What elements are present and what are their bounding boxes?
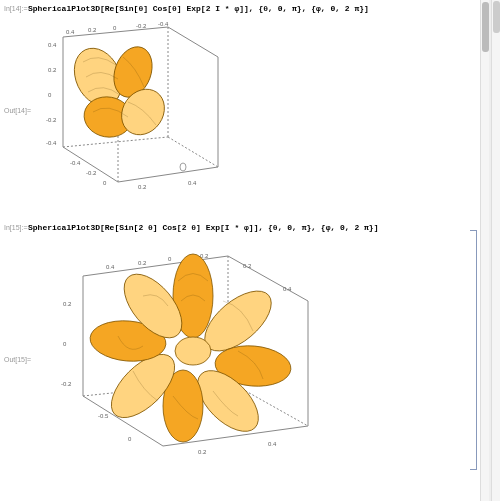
scrollbar-thumb[interactable] <box>493 1 500 33</box>
tick-label: -0.4 <box>46 140 57 146</box>
output-label: Out[15]= <box>4 236 28 363</box>
outer-scrollbar[interactable] <box>491 0 500 501</box>
input-code[interactable]: SphericalPlot3D[Re[Sin[2 θ] Cos[2 θ] Exp… <box>28 223 378 232</box>
tick-label: -0.2 <box>61 381 72 387</box>
input-label: In[15]:= <box>4 224 28 231</box>
spherical-surface <box>65 41 173 144</box>
cell-1: In[14]:= SphericalPlot3D[Re[Sin[θ] Cos[θ… <box>4 4 480 217</box>
cell-2: In[15]:= SphericalPlot3D[Re[Sin[2 θ] Cos… <box>4 223 480 491</box>
tick-label: 0 <box>168 256 172 262</box>
tick-label: 0 <box>48 92 52 98</box>
tick-label: 0.4 <box>283 286 292 292</box>
tick-label: 0.2 <box>198 449 207 455</box>
tick-label: -0.2 <box>136 23 147 29</box>
plot3d-output-2[interactable]: 0.4 0.2 0 -0.2 0.2 0.4 0.2 0 -0.2 <box>28 236 328 491</box>
plot3d-output-1[interactable]: 0.4 0.2 0 -0.2 -0.4 0.4 0.2 0 -0.2 -0.4 <box>28 17 328 217</box>
inner-scrollbar[interactable] <box>480 0 489 501</box>
tick-label: 0.2 <box>63 301 72 307</box>
tick-label: 0 <box>128 436 132 442</box>
orientation-marker-icon <box>180 163 186 171</box>
tick-label: 0.2 <box>138 184 147 190</box>
svg-line-8 <box>168 137 218 167</box>
tick-label: -0.2 <box>46 117 57 123</box>
tick-label: 0.2 <box>48 67 57 73</box>
tick-label: 0.4 <box>106 264 115 270</box>
tick-label: 0.4 <box>188 180 197 186</box>
tick-label: -0.2 <box>86 170 97 176</box>
tick-label: 0.2 <box>88 27 97 33</box>
svg-line-1 <box>168 27 218 57</box>
tick-label: 0.2 <box>138 260 147 266</box>
notebook-content: In[14]:= SphericalPlot3D[Re[Sin[θ] Cos[θ… <box>0 0 480 501</box>
cell-bracket[interactable] <box>468 230 479 470</box>
tick-label: 0.4 <box>66 29 75 35</box>
tick-label: -0.4 <box>70 160 81 166</box>
svg-point-31 <box>175 337 211 365</box>
svg-line-7 <box>63 137 168 147</box>
spherical-surface <box>88 254 292 442</box>
scrollbar-thumb[interactable] <box>482 2 489 52</box>
input-code[interactable]: SphericalPlot3D[Re[Sin[θ] Cos[θ] Exp[2 I… <box>28 4 369 13</box>
tick-label: -0.5 <box>98 413 109 419</box>
tick-label: -0.4 <box>158 21 169 27</box>
input-label: In[14]:= <box>4 5 28 12</box>
tick-label: 0.4 <box>48 42 57 48</box>
tick-label: 0.2 <box>243 263 252 269</box>
tick-label: 0 <box>63 341 67 347</box>
output-label: Out[14]= <box>4 17 28 114</box>
tick-label: 0 <box>113 25 117 31</box>
svg-line-6 <box>118 167 218 182</box>
tick-label: 0.4 <box>268 441 277 447</box>
tick-label: 0 <box>103 180 107 186</box>
